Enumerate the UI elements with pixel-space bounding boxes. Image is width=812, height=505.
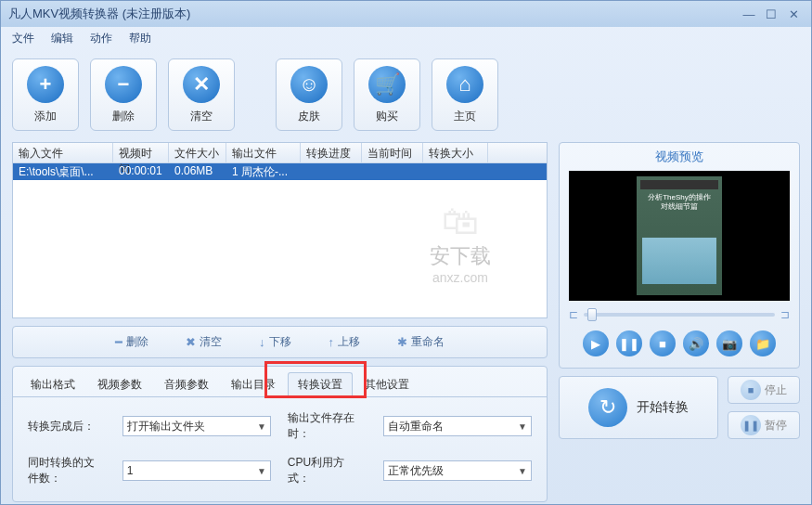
arrow-up-icon: ↑ <box>329 335 335 349</box>
col-output[interactable]: 输出文件 <box>226 143 301 162</box>
minimize-button[interactable]: — <box>739 6 759 21</box>
menubar: 文件 编辑 动作 帮助 <box>1 27 811 49</box>
open-button[interactable]: 📁 <box>750 330 776 356</box>
bag-icon: 🛍 <box>430 201 491 242</box>
col-input[interactable]: 输入文件 <box>13 143 113 162</box>
after-convert-label: 转换完成后： <box>28 419 106 434</box>
stop-icon: ■ <box>741 380 761 400</box>
table-header: 输入文件 视频时间 文件大小 输出文件 转换进度 当前时间 转换大小 <box>13 143 547 163</box>
chevron-down-icon: ▼ <box>257 421 266 432</box>
mark-end-icon[interactable]: ⊐ <box>780 308 790 321</box>
pause-button[interactable]: ❚❚ <box>616 330 642 356</box>
cart-icon: 🛒 <box>368 66 406 103</box>
preview-frame: 分析TheShy的操作对线细节篇 <box>637 176 722 295</box>
settings-panel: 输出格式 视频参数 音频参数 输出目录 转换设置 其他设置 转换完成后： 打开输… <box>12 366 548 502</box>
col-progress[interactable]: 转换进度 <box>301 143 362 162</box>
file-exist-combo[interactable]: 自动重命名▼ <box>383 416 532 436</box>
home-icon: ⌂ <box>446 66 483 103</box>
arrow-down-icon: ↓ <box>259 335 265 349</box>
list-clear[interactable]: ✖清空 <box>186 334 222 350</box>
buy-button[interactable]: 🛒 购买 <box>354 58 420 131</box>
delete-button[interactable]: − 删除 <box>90 58 157 131</box>
tab-output-dir[interactable]: 输出目录 <box>221 372 286 397</box>
play-icon: ▶ <box>591 337 600 351</box>
menu-action[interactable]: 动作 <box>84 29 118 48</box>
seek-slider-row: ⊏ ⊐ <box>560 301 799 325</box>
watermark: 🛍 安下载 anxz.com <box>430 201 491 285</box>
chevron-down-icon: ▼ <box>518 466 527 476</box>
tab-other-settings[interactable]: 其他设置 <box>354 372 419 397</box>
speaker-icon: 🔊 <box>689 337 703 351</box>
chevron-down-icon: ▼ <box>257 466 266 476</box>
tab-output-format[interactable]: 输出格式 <box>20 372 85 397</box>
pause-convert-button[interactable]: ❚❚ 暂停 <box>728 411 800 439</box>
volume-button[interactable]: 🔊 <box>683 330 709 356</box>
slider-thumb[interactable] <box>587 308 597 321</box>
plus-icon: + <box>27 66 64 103</box>
media-controls: ▶ ❚❚ ■ 🔊 📷 📁 <box>560 325 799 368</box>
preview-title: 视频预览 <box>560 143 799 171</box>
snapshot-button[interactable]: 📷 <box>716 330 742 356</box>
camera-icon: 📷 <box>722 337 737 351</box>
col-time[interactable]: 视频时间 <box>113 143 169 162</box>
list-delete[interactable]: ━删除 <box>115 334 148 350</box>
x-icon: ✕ <box>183 66 220 103</box>
settings-tabs: 输出格式 视频参数 音频参数 输出目录 转换设置 其他设置 <box>13 367 547 397</box>
list-rename[interactable]: ✱重命名 <box>397 334 445 350</box>
start-convert-button[interactable]: ↻ 开始转换 <box>559 376 718 439</box>
folder-icon: 📁 <box>755 337 770 351</box>
table-row[interactable]: E:\tools\桌面\... 00:00:01 0.06MB 1 周杰伦-..… <box>13 163 547 180</box>
minus-icon: − <box>105 66 142 103</box>
window-title: 凡人MKV视频转换器 (未注册版本) <box>8 6 737 22</box>
pause-icon: ❚❚ <box>741 415 761 435</box>
close-button[interactable]: ✕ <box>783 6 804 21</box>
menu-help[interactable]: 帮助 <box>123 29 157 48</box>
col-outsize[interactable]: 转换大小 <box>423 143 488 162</box>
skin-button[interactable]: ☺ 皮肤 <box>276 58 342 131</box>
preview-video[interactable]: 分析TheShy的操作对线细节篇 <box>569 171 790 301</box>
smile-icon: ☺ <box>290 66 328 103</box>
seek-slider[interactable] <box>584 313 775 317</box>
col-size[interactable]: 文件大小 <box>169 143 226 162</box>
clear-button[interactable]: ✕ 清空 <box>168 58 235 131</box>
add-button[interactable]: + 添加 <box>12 58 79 131</box>
tab-video-params[interactable]: 视频参数 <box>87 372 152 397</box>
chevron-down-icon: ▼ <box>518 421 527 432</box>
file-table[interactable]: 输入文件 视频时间 文件大小 输出文件 转换进度 当前时间 转换大小 E:\to… <box>12 142 548 318</box>
col-current[interactable]: 当前时间 <box>362 143 423 162</box>
minus-icon: ━ <box>115 335 122 349</box>
stop-button[interactable]: ■ <box>650 330 676 356</box>
stop-icon: ■ <box>659 337 666 351</box>
concurrent-label: 同时转换的文件数： <box>28 455 106 486</box>
concurrent-combo[interactable]: 1▼ <box>122 460 271 481</box>
refresh-icon: ↻ <box>588 388 627 427</box>
maximize-button[interactable]: ☐ <box>761 6 781 21</box>
preview-panel: 视频预览 分析TheShy的操作对线细节篇 ⊏ ⊐ ▶ ❚❚ ■ 🔊 📷 📁 <box>559 142 800 369</box>
list-toolbar: ━删除 ✖清空 ↓下移 ↑上移 ✱重命名 <box>12 326 548 358</box>
tab-audio-params[interactable]: 音频参数 <box>154 372 219 397</box>
tab-convert-settings[interactable]: 转换设置 <box>288 372 353 397</box>
file-exist-label: 输出文件存在时： <box>288 410 367 442</box>
mark-start-icon[interactable]: ⊏ <box>569 308 578 321</box>
pause-icon: ❚❚ <box>619 337 639 351</box>
stop-convert-button[interactable]: ■ 停止 <box>728 376 800 404</box>
cpu-combo[interactable]: 正常优先级▼ <box>383 460 532 481</box>
list-down[interactable]: ↓下移 <box>259 334 291 350</box>
home-button[interactable]: ⌂ 主页 <box>432 58 498 131</box>
menu-file[interactable]: 文件 <box>6 29 40 48</box>
after-convert-combo[interactable]: 打开输出文件夹▼ <box>122 416 271 436</box>
titlebar: 凡人MKV视频转换器 (未注册版本) — ☐ ✕ <box>1 1 811 27</box>
toolbar: + 添加 − 删除 ✕ 清空 ☺ 皮肤 🛒 购买 ⌂ 主页 <box>1 49 811 142</box>
menu-edit[interactable]: 编辑 <box>45 29 79 48</box>
x-icon: ✖ <box>186 335 196 349</box>
rename-icon: ✱ <box>397 335 407 349</box>
play-button[interactable]: ▶ <box>583 330 609 356</box>
list-up[interactable]: ↑上移 <box>329 334 361 350</box>
cpu-label: CPU利用方式： <box>288 455 367 486</box>
